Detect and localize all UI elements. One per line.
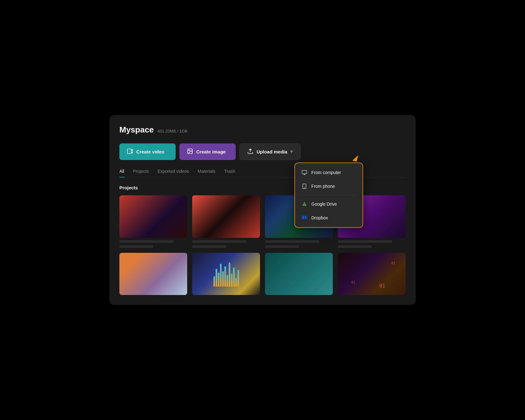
freq-bar-2 [216,269,217,287]
project-card-8: 01 01 01 [338,253,406,295]
google-drive-label: Google Drive [311,202,337,207]
project-thumbnail-2[interactable] [192,195,260,238]
tab-trash[interactable]: Trash [224,169,235,178]
cursor-arrow-icon [352,154,358,162]
tab-projects[interactable]: Projects [133,169,149,178]
storage-info: 401.20MB / 1GB [158,129,188,133]
upload-media-wrapper: Upload media ▾ From computer [239,143,301,160]
freq-bar-1 [213,276,215,287]
workspace-title: Myspace [119,125,154,135]
card-subtitle-line-3 [265,245,299,248]
freq-bar-12 [238,270,239,287]
create-video-label: Create video [136,149,164,154]
frequency-bars [213,261,239,287]
freq-bar-3 [218,272,219,287]
project-card-7 [265,253,333,295]
tab-materials[interactable]: Materials [198,169,216,178]
freq-bar-4 [220,264,222,287]
upload-icon [247,148,253,155]
dropbox-icon [301,215,308,221]
freq-bar-9 [231,274,232,287]
card-title-line-1 [119,240,174,243]
freq-bar-5 [222,271,224,287]
from-phone-label: From phone [311,184,335,189]
svg-rect-0 [128,149,132,153]
dropdown-divider [301,195,356,195]
upload-dropdown: From computer From phone [294,162,363,228]
card-title-line-2 [192,240,247,243]
project-thumbnail-6[interactable] [192,253,260,295]
image-icon [187,148,193,155]
digit-overlay-2: 01 [351,280,355,284]
app-window: Myspace 401.20MB / 1GB Create video Cr [109,115,416,305]
monitor-icon [301,169,308,176]
header: Myspace 401.20MB / 1GB [119,125,406,135]
create-image-label: Create image [196,149,226,154]
chevron-down-icon: ▾ [290,149,293,154]
project-card-6 [192,253,260,295]
svg-rect-4 [302,170,307,174]
action-buttons: Create video Create image [119,143,406,160]
freq-bar-7 [227,275,228,287]
upload-media-label: Upload media [257,149,287,154]
upload-from-computer[interactable]: From computer [295,166,362,179]
phone-icon [301,183,308,189]
from-computer-label: From computer [311,170,341,175]
projects-grid-row2: 01 01 01 [119,253,406,295]
project-thumbnail-5[interactable] [119,253,187,295]
card-title-line-4 [338,240,392,243]
card-title-line-3 [265,240,319,243]
upload-from-google-drive[interactable]: Google Drive [295,197,362,211]
freq-bar-11 [235,278,237,287]
upload-media-button[interactable]: Upload media ▾ [239,143,301,160]
tab-exported-videos[interactable]: Exported videos [158,169,189,178]
dropbox-label: Dropbox [311,215,328,220]
freq-bar-8 [229,262,230,287]
digit-overlay-3: 01 [379,283,385,289]
create-image-button[interactable]: Create image [179,143,236,160]
digit-overlay-1: 01 [391,261,395,265]
project-thumbnail-8[interactable]: 01 01 01 [338,253,406,295]
upload-from-dropbox[interactable]: Dropbox [295,211,362,225]
freq-bar-6 [224,266,226,287]
project-card-1 [119,195,187,248]
upload-from-phone[interactable]: From phone [295,179,362,193]
card-subtitle-line-1 [119,245,153,248]
create-video-button[interactable]: Create video [119,143,176,160]
tab-all[interactable]: All [119,169,124,178]
video-icon [127,148,133,155]
freq-bar-10 [233,268,235,287]
card-subtitle-line-4 [338,245,372,248]
svg-point-2 [189,150,190,151]
google-drive-icon [301,201,308,207]
project-card-2 [192,195,260,248]
project-thumbnail-1[interactable] [119,195,187,238]
project-thumbnail-7[interactable] [265,253,333,295]
project-card-5 [119,253,187,295]
card-subtitle-line-2 [192,245,226,248]
